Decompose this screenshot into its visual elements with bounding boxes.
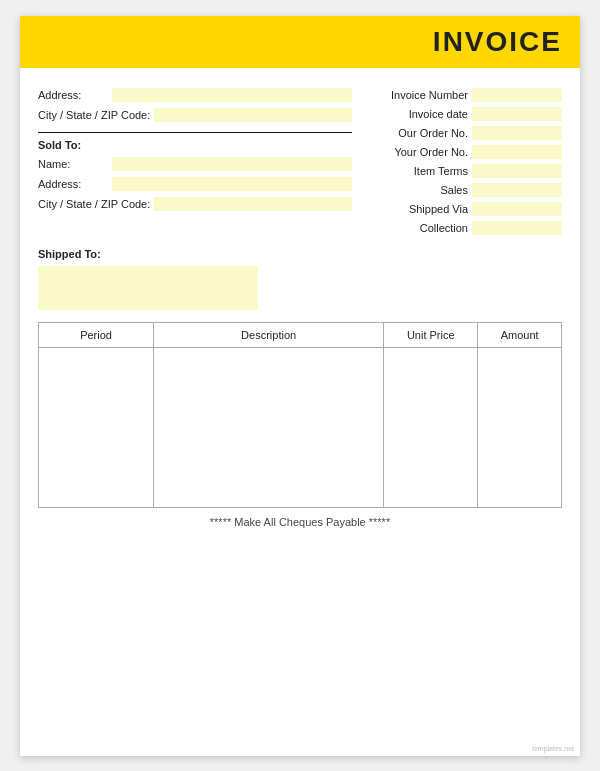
- your-order-input[interactable]: [472, 145, 562, 159]
- address2-label: Address:: [38, 178, 108, 190]
- address2-row: Address:: [38, 177, 352, 191]
- invoice-header: INVOICE: [20, 16, 580, 68]
- table-row: [39, 347, 562, 507]
- name-input[interactable]: [112, 157, 352, 171]
- description-cell[interactable]: [154, 347, 384, 507]
- shipped-via-input[interactable]: [472, 202, 562, 216]
- collection-row: Collection: [362, 221, 562, 235]
- invoice-number-row: Invoice Number: [362, 88, 562, 102]
- left-section: Address: City / State / ZIP Code: Sold T…: [38, 88, 352, 240]
- item-terms-input[interactable]: [472, 164, 562, 178]
- watermark: templates.net: [532, 745, 574, 752]
- col-description: Description: [154, 322, 384, 347]
- amount-cell[interactable]: [478, 347, 562, 507]
- shipped-via-label: Shipped Via: [409, 203, 468, 215]
- sales-row: Sales: [362, 183, 562, 197]
- our-order-label: Our Order No.: [398, 127, 468, 139]
- shipped-via-row: Shipped Via: [362, 202, 562, 216]
- col-amount: Amount: [478, 322, 562, 347]
- shipped-to-label: Shipped To:: [38, 248, 562, 260]
- city-input[interactable]: [154, 108, 352, 122]
- footer-text: ***** Make All Cheques Payable *****: [38, 516, 562, 528]
- unit-price-cell[interactable]: [384, 347, 478, 507]
- invoice-date-row: Invoice date: [362, 107, 562, 121]
- address-row: Address:: [38, 88, 352, 102]
- invoice-table: Period Description Unit Price Amount: [38, 322, 562, 508]
- our-order-input[interactable]: [472, 126, 562, 140]
- your-order-row: Your Order No.: [362, 145, 562, 159]
- invoice-title: INVOICE: [433, 26, 562, 58]
- city2-row: City / State / ZIP Code:: [38, 197, 352, 211]
- shipped-to-input[interactable]: [38, 266, 258, 310]
- address-label: Address:: [38, 89, 108, 101]
- item-terms-label: Item Terms: [414, 165, 468, 177]
- sold-to-label: Sold To:: [38, 139, 352, 151]
- invoice-date-input[interactable]: [472, 107, 562, 121]
- name-label: Name:: [38, 158, 108, 170]
- collection-input[interactable]: [472, 221, 562, 235]
- col-period: Period: [39, 322, 154, 347]
- city2-label: City / State / ZIP Code:: [38, 198, 150, 210]
- invoice-number-input[interactable]: [472, 88, 562, 102]
- sales-input[interactable]: [472, 183, 562, 197]
- your-order-label: Your Order No.: [394, 146, 468, 158]
- collection-label: Collection: [420, 222, 468, 234]
- invoice-date-label: Invoice date: [409, 108, 468, 120]
- item-terms-row: Item Terms: [362, 164, 562, 178]
- top-section: Address: City / State / ZIP Code: Sold T…: [38, 88, 562, 240]
- right-section: Invoice Number Invoice date Our Order No…: [362, 88, 562, 240]
- invoice-page: INVOICE Address: City / State / ZIP Code…: [20, 16, 580, 756]
- sales-label: Sales: [440, 184, 468, 196]
- city-label: City / State / ZIP Code:: [38, 109, 150, 121]
- body-area: Address: City / State / ZIP Code: Sold T…: [20, 68, 580, 538]
- city2-input[interactable]: [154, 197, 352, 211]
- address-input[interactable]: [112, 88, 352, 102]
- sold-to-divider: [38, 132, 352, 133]
- col-unit-price: Unit Price: [384, 322, 478, 347]
- address2-input[interactable]: [112, 177, 352, 191]
- our-order-row: Our Order No.: [362, 126, 562, 140]
- city-row: City / State / ZIP Code:: [38, 108, 352, 122]
- table-header-row: Period Description Unit Price Amount: [39, 322, 562, 347]
- period-cell[interactable]: [39, 347, 154, 507]
- name-row: Name:: [38, 157, 352, 171]
- invoice-number-label: Invoice Number: [391, 89, 468, 101]
